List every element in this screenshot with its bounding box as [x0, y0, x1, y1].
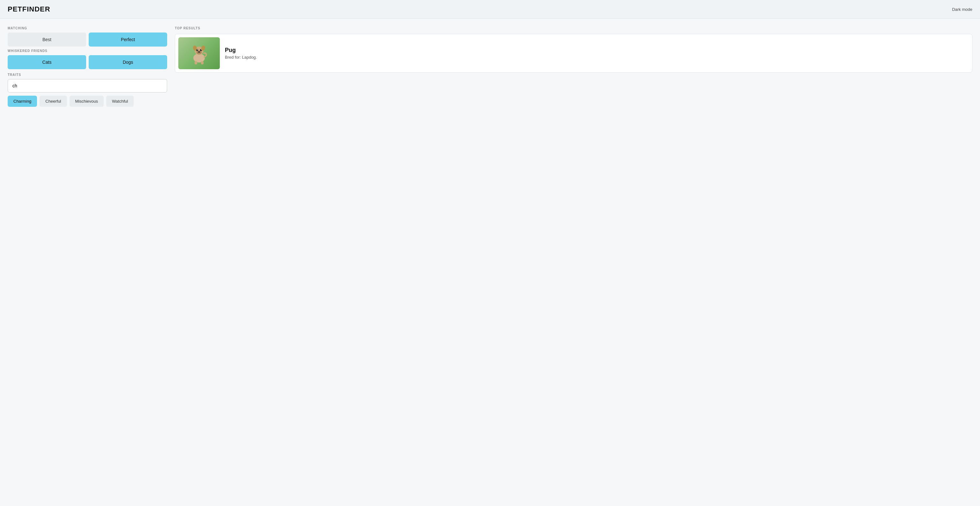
whiskered-label: WHISKERED FRIENDS: [8, 49, 167, 52]
trait-chip-cheerful[interactable]: Cheerful: [40, 96, 67, 107]
whiskered-button-row: Cats Dogs: [8, 55, 167, 69]
trait-chip-watchful[interactable]: Watchful: [106, 96, 134, 107]
svg-point-5: [197, 49, 198, 50]
matching-label: MATCHING: [8, 27, 167, 30]
matching-section: MATCHING Best Perfect: [8, 27, 167, 46]
svg-point-7: [198, 51, 200, 52]
trait-chip-mischievous[interactable]: Mischievous: [70, 96, 104, 107]
right-panel: TOP RESULTS: [175, 27, 972, 107]
result-bred-for: Bred for: Lapdog.: [225, 55, 257, 60]
whiskered-cats-button[interactable]: Cats: [8, 55, 86, 69]
logo: PETFINDER: [8, 5, 50, 13]
svg-rect-10: [195, 61, 197, 64]
dark-mode-button[interactable]: Dark mode: [952, 7, 972, 12]
traits-input[interactable]: [8, 79, 167, 92]
result-info: Pug Bred for: Lapdog.: [225, 47, 257, 60]
traits-section: TRAITS Charming Cheerful Mischievous Wat…: [8, 73, 167, 107]
pug-image: [178, 37, 220, 69]
trait-chip-charming[interactable]: Charming: [8, 96, 37, 107]
matching-perfect-button[interactable]: Perfect: [89, 33, 167, 46]
matching-button-row: Best Perfect: [8, 33, 167, 46]
svg-point-0: [193, 54, 205, 62]
matching-best-button[interactable]: Best: [8, 33, 86, 46]
whiskered-dogs-button[interactable]: Dogs: [89, 55, 167, 69]
left-panel: MATCHING Best Perfect WHISKERED FRIENDS …: [8, 27, 167, 107]
whiskered-section: WHISKERED FRIENDS Cats Dogs: [8, 49, 167, 69]
top-results-label: TOP RESULTS: [175, 27, 972, 30]
result-card: Pug Bred for: Lapdog.: [175, 34, 972, 73]
traits-label: TRAITS: [8, 73, 167, 76]
pug-svg: [186, 41, 212, 66]
trait-chips-container: Charming Cheerful Mischievous Watchful: [8, 96, 167, 107]
svg-rect-11: [201, 61, 204, 64]
app-header: PETFINDER Dark mode: [0, 0, 980, 19]
result-name: Pug: [225, 47, 257, 54]
